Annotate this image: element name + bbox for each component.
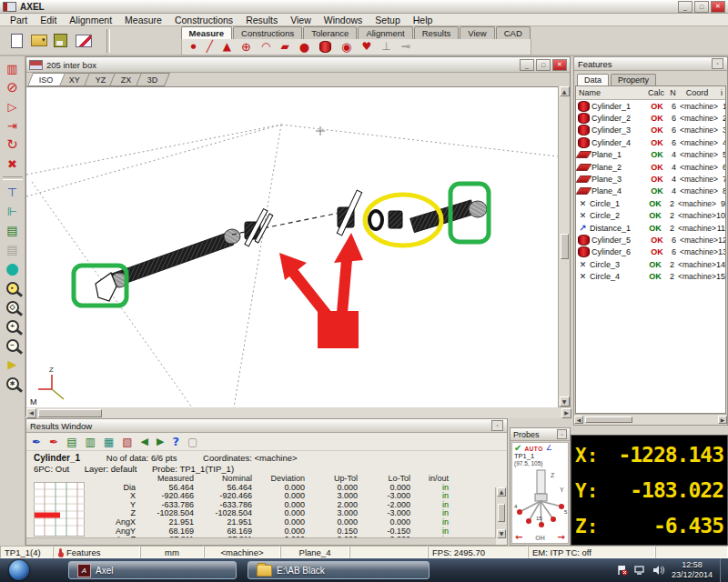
features-tab-data[interactable]: Data [577, 74, 609, 85]
zoom-fit-icon[interactable]: ▪ [3, 279, 23, 296]
open-dropdown-icon[interactable]: ▾ [42, 37, 46, 44]
col-i[interactable]: i [715, 88, 723, 97]
prev-feature-icon[interactable]: ◀ [141, 436, 148, 447]
run-icon[interactable]: ▷ [3, 98, 23, 115]
pan-view-icon[interactable]: ∗ [3, 375, 23, 392]
results-grid-disabled-icon[interactable]: ▤ [3, 241, 23, 258]
results-close-icon[interactable]: ▫ [491, 420, 503, 431]
graphics-window-titlebar[interactable]: 205 inter box _ □ ✕ [26, 57, 570, 73]
feature-row[interactable]: Cylinder_5OK6<machine>12 [576, 234, 726, 246]
network-icon[interactable] [634, 565, 646, 576]
ribbon-tab-measure[interactable]: Measure [181, 26, 233, 39]
measure-sphere-icon[interactable]: ● [299, 41, 309, 53]
feature-row[interactable]: Circle_2OK2<machine>10 [576, 210, 726, 222]
stop-icon[interactable]: ⊘ [3, 79, 23, 96]
feature-row[interactable]: Cylinder_3OK6<machine>3 [576, 125, 726, 136]
graphics-maximize-button[interactable]: □ [536, 59, 551, 71]
taskbar-item-folder[interactable]: E:\AB Black [248, 561, 430, 579]
probe-prev-icon[interactable]: ← [515, 533, 522, 542]
menu-measure[interactable]: Measure [118, 15, 168, 25]
graphics-minimize-button[interactable]: _ [520, 59, 534, 71]
results-grid-icon[interactable]: ▤ [3, 222, 23, 239]
measure-circle-icon[interactable]: ⊕ [241, 41, 251, 53]
feature-row[interactable]: Circle_3OK2<machine>14 [576, 258, 726, 270]
results-titlebar[interactable]: Results Window ▫ [26, 419, 507, 433]
save-icon[interactable] [54, 34, 67, 47]
probes-titlebar[interactable]: Probes ▫ [511, 428, 570, 441]
feature-row[interactable]: Plane_3OK4<machine>7 [576, 173, 726, 185]
print-preview-icon[interactable]: ▦ [104, 436, 114, 447]
goto-icon[interactable]: ⇥ [3, 117, 23, 135]
menu-results[interactable]: Results [239, 15, 284, 25]
measure-line-icon[interactable]: ╱ [207, 41, 213, 52]
next-feature-icon[interactable]: ▶ [157, 436, 164, 447]
open-button[interactable]: ▾ [31, 35, 46, 46]
feature-row[interactable]: Plane_4OK4<machine>8 [576, 186, 726, 197]
feature-row[interactable]: Cylinder_1OK6<machine>1 [576, 100, 726, 112]
minimize-button[interactable]: _ [678, 1, 693, 13]
maximize-button[interactable]: □ [694, 1, 709, 13]
feature-row[interactable]: Cylinder_2OK6<machine>2 [576, 112, 726, 124]
part-end-icon[interactable]: ▥ [3, 60, 23, 77]
view-tab-3d[interactable]: 3D [136, 73, 170, 86]
ribbon-tab-tolerance[interactable]: Tolerance [303, 26, 357, 39]
window-icon[interactable]: ▢ [187, 436, 197, 447]
results-vertical-scrollbar[interactable]: ▲ ▼ [495, 487, 507, 538]
feature-row[interactable]: Plane_1OK4<machine>5 [576, 149, 726, 161]
measure-sphere-points-icon[interactable]: ◉ [341, 41, 351, 53]
ribbon-tab-alignment[interactable]: Alignment [358, 26, 412, 39]
copy-feature-icon[interactable]: ▤ [66, 436, 76, 447]
report-icon[interactable]: ▧ [122, 436, 132, 447]
probe-name[interactable]: TP1_1 [512, 453, 568, 460]
menu-constructions[interactable]: Constructions [168, 15, 239, 25]
new-document-icon[interactable] [11, 34, 23, 48]
zoom-in-icon[interactable]: + [3, 317, 23, 335]
menu-help[interactable]: Help [407, 15, 440, 25]
feature-row[interactable]: Circle_4OK2<machine>15 [576, 270, 726, 282]
feature-row[interactable]: Cylinder_6OK6<machine>13 [576, 246, 726, 258]
key-icon[interactable]: ⊸ [401, 41, 410, 52]
close-button[interactable]: ✕ [711, 1, 725, 13]
rotate-view-icon[interactable]: ▶ [3, 356, 23, 373]
graphics-canvas[interactable]: Z M [26, 86, 558, 407]
delete-icon[interactable]: ✖ [3, 156, 23, 173]
ribbon-tab-results[interactable]: Results [414, 26, 460, 39]
probe-qualify-icon[interactable]: ⊩ [3, 203, 23, 220]
edit-pen-blue-icon[interactable]: ✒ [32, 436, 41, 447]
menu-edit[interactable]: Edit [34, 15, 63, 25]
redo-icon[interactable]: ↻ [3, 136, 23, 154]
ribbon-tab-constructions[interactable]: Constructions [233, 26, 302, 39]
measure-plane-icon[interactable]: ▰ [280, 41, 288, 52]
menu-setup[interactable]: Setup [369, 15, 406, 25]
feature-row[interactable]: Plane_2OK4<machine>6 [576, 161, 726, 173]
feature-row[interactable]: Circle_1OK2<machine>9 [576, 197, 726, 209]
measure-arc-icon[interactable]: ◠ [261, 41, 270, 52]
view-tab-iso[interactable]: ISO [27, 73, 66, 86]
features-close-icon[interactable]: ▫ [712, 58, 723, 69]
taskbar-clock[interactable]: 12:58 23/12/2014 [664, 560, 720, 580]
col-coord[interactable]: Coord [679, 88, 715, 97]
start-button[interactable] [9, 560, 29, 580]
probe-icon[interactable]: ⊥ [381, 41, 390, 52]
sphere-view-icon[interactable]: ● [3, 260, 23, 277]
ribbon-tab-cad[interactable]: CAD [496, 26, 531, 39]
probe-position-icon[interactable]: ⊤ [3, 184, 23, 201]
feature-row[interactable]: Cylinder_4OK6<machine>4 [576, 136, 726, 148]
ribbon-tab-view[interactable]: View [460, 26, 494, 39]
features-tab-property[interactable]: Property [611, 74, 656, 85]
col-calc[interactable]: Calc [645, 88, 667, 97]
feature-row[interactable]: Distance_1OK2<machine>11 [576, 222, 726, 234]
zoom-window-icon[interactable]: ◇ [3, 298, 23, 316]
results-horizontal-scrollbar[interactable] [26, 537, 496, 545]
taskbar-item-axel[interactable]: A Axel [68, 561, 237, 579]
vertical-scrollbar[interactable]: ▲ ▼ [558, 86, 570, 406]
measure-torus-icon[interactable]: ♥ [361, 41, 371, 52]
probes-close-icon[interactable]: ▫ [557, 429, 567, 439]
action-center-icon[interactable] [617, 565, 628, 576]
show-desktop-button[interactable] [720, 558, 728, 582]
measure-cone-icon[interactable]: ▲ [223, 41, 231, 52]
help-icon[interactable]: ? [172, 436, 179, 447]
features-titlebar[interactable]: Features ▫ [574, 57, 727, 71]
menu-view[interactable]: View [284, 15, 318, 25]
col-n[interactable]: N [667, 88, 679, 97]
